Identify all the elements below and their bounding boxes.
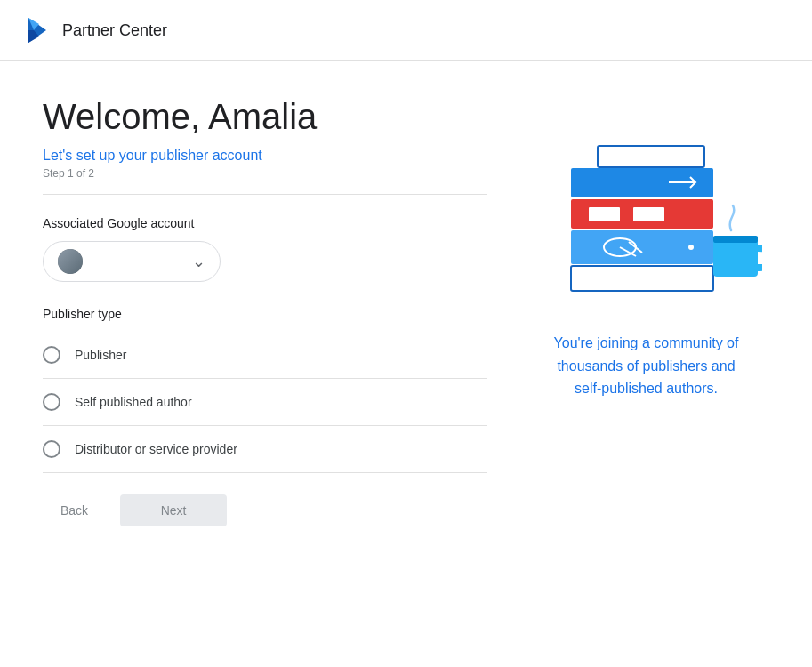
publisher-label: Publisher [75,348,126,362]
svg-rect-15 [713,239,758,277]
option-self-published-author[interactable]: Self published author [43,379,487,426]
welcome-title: Welcome, Amalia [43,97,487,137]
chevron-down-icon: ⌄ [192,252,205,271]
radio-distributor[interactable] [43,440,60,458]
avatar-image [58,249,83,274]
books-illustration [531,115,762,310]
setup-subtitle: Let's set up your publisher account [43,148,487,164]
left-column: Welcome, Amalia Let's set up your publis… [43,97,487,526]
option-publisher[interactable]: Publisher [43,332,487,379]
option-distributor[interactable]: Distributor or service provider [43,426,487,473]
svg-rect-10 [589,207,620,221]
publisher-type-label: Publisher type [43,307,487,321]
svg-rect-16 [713,236,758,243]
distributor-label: Distributor or service provider [75,442,237,456]
community-text: You're joining a community of thousands … [549,332,744,400]
account-dropdown[interactable]: ⌄ [43,241,221,282]
back-button[interactable]: Back [43,494,106,526]
account-section-label: Associated Google account [43,216,487,230]
publisher-type-section: Publisher type Publisher Self published … [43,307,487,473]
svg-rect-3 [571,266,713,291]
button-row: Back Next [43,494,487,526]
svg-point-8 [688,245,694,250]
app-title: Partner Center [62,21,167,40]
avatar [58,249,83,274]
app-header: Partner Center [0,0,812,61]
svg-rect-14 [598,146,704,167]
right-column: You're joining a community of thousands … [523,97,769,526]
radio-publisher[interactable] [43,346,60,364]
svg-rect-11 [633,207,664,221]
main-container: Welcome, Amalia Let's set up your publis… [0,61,812,562]
next-button[interactable]: Next [120,494,227,526]
self-published-label: Self published author [75,395,192,409]
header-divider [43,194,487,195]
radio-self-published[interactable] [43,393,60,411]
app-logo [21,14,53,46]
step-indicator: Step 1 of 2 [43,167,487,180]
